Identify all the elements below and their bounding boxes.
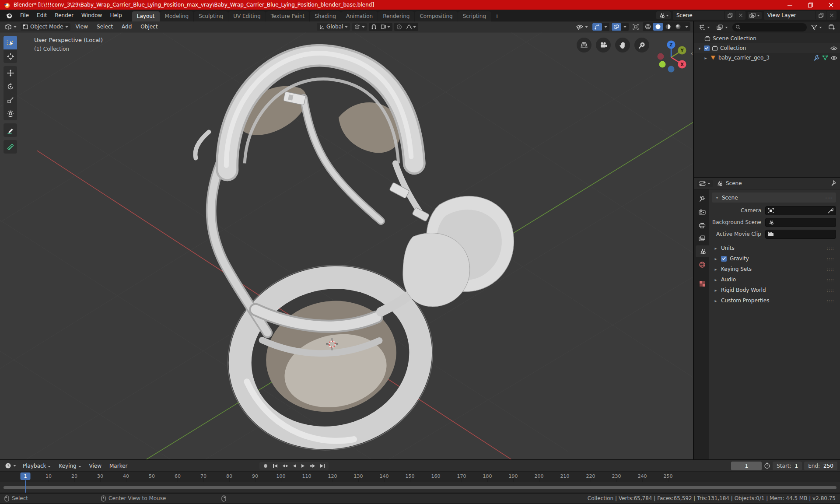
transform-orientation-selector[interactable]: Global [317,23,350,31]
shading-rendered-button[interactable] [673,23,683,31]
current-frame-badge[interactable]: 1 [21,472,31,480]
new-scene-button[interactable] [724,11,735,20]
close-button[interactable] [828,2,834,8]
remove-view-layer-button[interactable] [826,11,836,20]
camera-field[interactable] [765,206,836,215]
new-view-layer-button[interactable] [816,11,826,20]
shading-solid-button[interactable] [653,23,663,31]
timeline-menu-keying[interactable]: Keying [55,462,84,470]
menu-render[interactable]: Render [51,11,77,20]
proportional-edit-toggle[interactable] [395,23,404,31]
timeline-menu-marker[interactable]: Marker [106,462,131,470]
outliner-search-input[interactable] [732,23,807,32]
editor-type-selector[interactable] [3,23,19,31]
gravity-checkbox[interactable] [721,256,727,262]
panel-units[interactable]: ▸ Units :::: [712,243,836,253]
panel-keying-sets[interactable]: ▸ Keying Sets :::: [712,264,836,274]
drag-handle[interactable]: :::: [827,267,834,272]
tab-sculpting[interactable]: Sculpting [194,11,228,21]
timeline-menu-playback[interactable]: Playback [19,462,54,470]
minimize-button[interactable] [787,2,793,8]
drag-handle[interactable]: :::: [827,298,834,303]
show-gizmo-toggle[interactable] [592,23,602,31]
zoom-view-button[interactable] [634,38,649,52]
outliner-row-baby-carrier-geo[interactable]: ▸ baby_carrier_geo_3 [694,53,840,63]
model-baby-carrier[interactable] [195,53,514,459]
play-reverse-button[interactable] [290,463,298,469]
scene-name-field[interactable]: Scene [673,12,724,18]
viewport-menu-select[interactable]: Select [93,22,116,31]
active-movie-clip-field[interactable] [765,230,836,239]
tool-cursor[interactable] [4,49,17,63]
shading-wireframe-button[interactable] [643,23,653,31]
timeline-scrollbar[interactable] [4,486,836,489]
outliner-row-scene-collection[interactable]: Scene Collection [694,34,840,43]
timeline-menu-view[interactable]: View [86,462,105,470]
tab-world-properties[interactable] [696,259,709,270]
outliner-filter-button[interactable] [809,24,824,31]
current-frame-field[interactable]: 1 [731,462,762,470]
tab-render-properties[interactable] [696,206,709,218]
tab-uv-editing[interactable]: UV Editing [228,11,266,21]
jump-to-start-button[interactable] [271,463,280,469]
tab-compositing[interactable]: Compositing [415,11,457,21]
snap-toggle[interactable] [369,23,378,31]
branch-closed-icon[interactable]: ▸ [704,56,708,60]
tab-texture-paint[interactable]: Texture Paint [266,11,309,21]
tab-scripting[interactable]: Scripting [458,11,491,21]
outliner-row-collection[interactable]: ▾ Collection [694,43,840,53]
scene-panel-header[interactable]: ▾ Scene :::: [712,192,836,203]
tab-rendering[interactable]: Rendering [378,11,414,21]
drag-handle[interactable]: :::: [827,288,834,293]
tab-modeling[interactable]: Modeling [160,11,194,21]
tab-output-properties[interactable] [696,219,709,231]
view-axis-gizmo[interactable]: Z Y X [654,39,688,73]
playhead-line[interactable] [25,480,26,493]
shading-material-button[interactable] [663,23,673,31]
pin-icon[interactable] [831,180,837,186]
panel-audio[interactable]: ▸ Audio :::: [712,274,836,285]
tab-texture-properties[interactable] [696,278,709,290]
show-overlays-toggle[interactable] [612,23,621,31]
object-visibility-selector[interactable] [574,23,590,31]
overlays-dropdown[interactable] [622,25,628,29]
drag-handle[interactable]: :::: [827,246,834,251]
tool-rotate[interactable] [4,80,17,93]
panel-rigid-body-world[interactable]: ▸ Rigid Body World :::: [712,285,836,295]
hide-eye-icon[interactable] [830,56,837,60]
outliner-editor-type-selector[interactable] [696,24,712,31]
panel-gravity[interactable]: ▸ Gravity :::: [712,253,836,264]
timeline-track[interactable] [0,482,840,493]
drag-handle[interactable]: :::: [827,277,834,282]
tab-animation[interactable]: Animation [341,11,378,21]
tab-shading[interactable]: Shading [310,11,341,21]
properties-editor-type-selector[interactable] [697,180,713,187]
auto-keying-toggle[interactable] [261,463,270,469]
menu-window[interactable]: Window [77,11,106,20]
collection-checkbox[interactable] [704,46,710,51]
play-button[interactable] [299,463,307,469]
viewport-3d[interactable]: User Perspective (Local) (1) Collection [0,32,693,459]
tab-layout[interactable]: Layout [132,11,160,21]
snap-target-selector[interactable] [379,23,392,30]
menu-edit[interactable]: Edit [33,11,51,20]
hide-eye-icon[interactable] [830,46,837,51]
browse-scene-button[interactable] [656,11,671,19]
tool-select-box[interactable] [4,36,17,49]
prev-keyframe-button[interactable] [280,463,290,469]
frame-end-field[interactable]: End: 250 [804,462,837,470]
view-layer-name-field[interactable]: View Layer [764,12,816,18]
new-collection-button[interactable] [826,23,837,31]
next-keyframe-button[interactable] [308,463,317,469]
camera-view-button[interactable] [596,38,611,52]
tool-annotate[interactable] [4,123,17,137]
timeline-editor-type-selector[interactable] [3,462,18,470]
tool-move[interactable] [4,66,17,80]
timeline-ruler[interactable]: 1 10203040506070809010011012013014015016… [0,472,840,482]
viewport-menu-add[interactable]: Add [118,22,135,31]
unlink-scene-button[interactable] [735,11,746,20]
viewport-menu-object[interactable]: Object [137,22,161,31]
shading-dropdown[interactable] [683,25,690,29]
drag-handle[interactable]: :::: [827,256,834,261]
maximize-button[interactable] [808,2,813,8]
